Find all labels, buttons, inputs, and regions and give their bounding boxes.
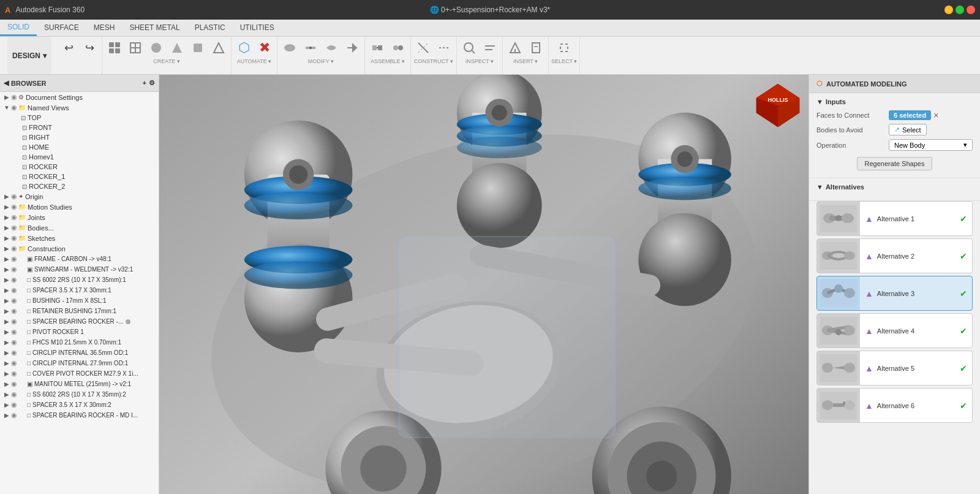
browser-item-named-views[interactable]: ▼ ◉ 📁 Named Views — [0, 102, 159, 113]
eye-cover-pivot[interactable]: ◉ — [11, 370, 17, 378]
eye-doc-settings[interactable]: ◉ — [11, 93, 17, 101]
design-dropdown[interactable]: DESIGN ▾ — [7, 37, 51, 74]
browser-item-rocker[interactable]: ⊡ ROCKER — [0, 162, 159, 172]
bodies-select-button[interactable]: ↗ Select — [889, 124, 927, 135]
eye-spacer-bearing[interactable]: ◉ — [11, 317, 17, 325]
insert-btn-1[interactable] — [505, 38, 525, 58]
undo-button[interactable]: ↩ — [59, 38, 78, 58]
browser-item-bushing[interactable]: ▶ ◉ □ BUSHING - 17mm X 8SL:1 — [0, 295, 159, 306]
expand-joints[interactable]: ▶ — [2, 214, 11, 221]
alternative-2[interactable]: ▲ Alternative 2 ✔ — [816, 238, 973, 273]
expand-bodies[interactable]: ▶ — [2, 224, 11, 231]
browser-item-front[interactable]: ⊡ FRONT — [0, 123, 159, 132]
select-btn-1[interactable] — [554, 38, 574, 58]
browser-item-ss6002-1[interactable]: ▶ ◉ □ SS 6002 2RS (10 X 17 X 35mm):1 — [0, 275, 159, 285]
eye-swingarm[interactable]: ◉ — [11, 265, 17, 273]
browser-item-joints[interactable]: ▶ ◉ 📁 Joints — [0, 212, 159, 222]
browser-item-spacer1[interactable]: ▶ ◉ □ SPACER 3.5 X 17 X 30mm:1 — [0, 285, 159, 295]
expand-bushing[interactable]: ▶ — [2, 297, 11, 304]
minimize-button[interactable] — [944, 6, 953, 14]
maximize-button[interactable] — [956, 6, 964, 14]
inspect-btn-1[interactable] — [459, 38, 479, 58]
browser-item-rocker2[interactable]: ⊡ ROCKER_2 — [0, 181, 159, 191]
expand-origin[interactable]: ▶ — [2, 193, 11, 200]
expand-spacer2[interactable]: ▶ — [2, 401, 11, 408]
tab-sheet-metal[interactable]: SHEET METAL — [122, 19, 187, 36]
eye-circlip1[interactable]: ◉ — [11, 349, 17, 357]
alternative-3[interactable]: ▲ Alternative 3 ✔ — [816, 276, 973, 311]
faces-clear-button[interactable]: × — [933, 110, 938, 120]
browser-item-pivot[interactable]: ▶ ◉ □ PIVOT ROCKER 1 — [0, 327, 159, 337]
expand-swingarm[interactable]: ▶ — [2, 266, 11, 273]
browser-item-motion-studies[interactable]: ▶ ◉ 📁 Motion Studies — [0, 202, 159, 212]
expand-ss6002-2[interactable]: ▶ — [2, 391, 11, 398]
create-btn-2[interactable] — [126, 38, 145, 58]
tab-mesh[interactable]: MESH — [86, 19, 123, 36]
expand-cover-pivot[interactable]: ▶ — [2, 370, 11, 377]
tab-plastic[interactable]: PLASTIC — [187, 19, 233, 36]
tab-solid[interactable]: SOLID — [0, 19, 37, 36]
insert-btn-2[interactable] — [526, 38, 546, 58]
browser-toggle-icon[interactable]: ◀ — [4, 79, 9, 87]
browser-item-retainer[interactable]: ▶ ◉ □ RETAINER BUSHING 17mm:1 — [0, 306, 159, 316]
eye-retainer[interactable]: ◉ — [11, 307, 17, 315]
expand-named-views[interactable]: ▼ — [2, 104, 11, 111]
automate-btn-1[interactable]: ⬡ — [234, 38, 254, 58]
expand-ss6002-1[interactable]: ▶ — [2, 276, 11, 283]
browser-item-manitou[interactable]: ▶ ◉ ▣ MANITOU METEL (215mm) -> v2:1 — [0, 379, 159, 389]
browser-item-home[interactable]: ⊡ HOME — [0, 142, 159, 152]
browser-item-ss6002-2[interactable]: ▶ ◉ □ SS 6002 2RS (10 X 17 X 35mm):2 — [0, 389, 159, 400]
assemble-btn-1[interactable] — [368, 38, 387, 58]
operation-dropdown[interactable]: New Body ▾ — [889, 139, 973, 151]
create-btn-3[interactable] — [146, 38, 166, 58]
eye-ss6002-1[interactable]: ◉ — [11, 276, 17, 284]
eye-motion[interactable]: ◉ — [11, 203, 17, 211]
browser-expand-icon[interactable]: + — [143, 79, 146, 87]
browser-item-spacer2[interactable]: ▶ ◉ □ SPACER 3.5 X 17 X 30mm:2 — [0, 400, 159, 410]
navcube[interactable]: HOLLIS — [753, 81, 802, 130]
expand-motion[interactable]: ▶ — [2, 203, 11, 210]
eye-sketches[interactable]: ◉ — [11, 234, 17, 242]
eye-fhcs[interactable]: ◉ — [11, 338, 17, 346]
alternative-1[interactable]: ▲ Alternative 1 ✔ — [816, 201, 973, 236]
browser-item-homev1[interactable]: ⊡ Homev1 — [0, 152, 159, 162]
expand-retainer[interactable]: ▶ — [2, 308, 11, 314]
tab-surface[interactable]: SURFACE — [37, 19, 86, 36]
eye-manitou[interactable]: ◉ — [11, 380, 17, 388]
browser-item-right[interactable]: ⊡ RIGHT — [0, 132, 159, 142]
browser-item-top[interactable]: ⊡ TOP — [0, 113, 159, 123]
3d-viewport[interactable]: HOLLIS — [159, 75, 809, 494]
browser-item-fhcs[interactable]: ▶ ◉ □ FHCS M10 21.5mm X 0.70mm:1 — [0, 337, 159, 348]
eye-circlip2[interactable]: ◉ — [11, 359, 17, 367]
alternatives-header[interactable]: ▼ Alternatives — [816, 183, 973, 191]
browser-item-frame[interactable]: ▶ ◉ ▣ FRAME - CARBON -> v48:1 — [0, 254, 159, 264]
browser-item-construction[interactable]: ▶ ◉ 📁 Construction — [0, 243, 159, 254]
browser-item-origin[interactable]: ▶ ◉ ✦ Origin — [0, 191, 159, 202]
browser-item-swingarm[interactable]: ▶ ◉ ▣ SWINGARM - WELDMENT -> v32:1 — [0, 264, 159, 275]
alternative-6[interactable]: ▲ Alternative 6 ✔ — [816, 388, 973, 423]
eye-named-views[interactable]: ◉ — [11, 104, 17, 112]
close-button[interactable] — [967, 6, 975, 14]
expand-construction[interactable]: ▶ — [2, 245, 11, 252]
eye-frame[interactable]: ◉ — [11, 255, 17, 263]
modify-btn-1[interactable] — [280, 38, 300, 58]
expand-sketches[interactable]: ▶ — [2, 235, 11, 241]
expand-circlip1[interactable]: ▶ — [2, 349, 11, 356]
browser-item-sketches[interactable]: ▶ ◉ 📁 Sketches — [0, 233, 159, 243]
regenerate-button[interactable]: Regenerate Shapes — [857, 157, 933, 170]
modify-btn-2[interactable] — [301, 38, 320, 58]
browser-item-spacer-bearing[interactable]: ▶ ◉ □ SPACER BEARING ROCKER -... — [0, 316, 159, 327]
browser-item-cover-pivot[interactable]: ▶ ◉ □ COVER PIVOT ROCKER M27.9 X 1i... — [0, 368, 159, 379]
create-btn-5[interactable] — [188, 38, 208, 58]
tab-utilities[interactable]: UTILITIES — [233, 19, 282, 36]
window-controls[interactable] — [944, 6, 975, 14]
inspect-btn-2[interactable] — [480, 38, 500, 58]
expand-spacer-bearing-mid[interactable]: ▶ — [2, 412, 11, 419]
expand-fhcs[interactable]: ▶ — [2, 339, 11, 346]
alternative-4[interactable]: ▲ Alternative 4 ✔ — [816, 313, 973, 348]
automate-btn-2[interactable]: ✖ — [255, 38, 274, 58]
eye-joints[interactable]: ◉ — [11, 213, 17, 221]
create-btn-1[interactable] — [105, 38, 124, 58]
eye-spacer-bearing-mid[interactable]: ◉ — [11, 411, 17, 419]
browser-item-circlip2[interactable]: ▶ ◉ □ CIRCLIP INTERNAL 27.9mm OD:1 — [0, 358, 159, 368]
